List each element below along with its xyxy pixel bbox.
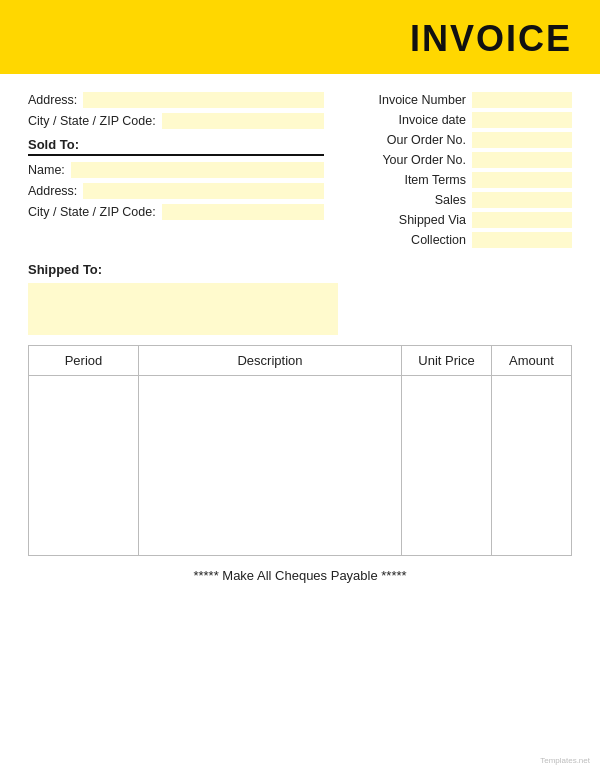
name-label: Name: [28, 163, 65, 177]
right-field-row-invoice_date: Invoice date [342, 112, 572, 128]
table-row [29, 376, 572, 556]
right-field-row-invoice_number: Invoice Number [342, 92, 572, 108]
right-label-shipped_via: Shipped Via [399, 213, 466, 227]
invoice-page: INVOICE Address: City / State / ZIP Code… [0, 0, 600, 771]
address2-row: Address: [28, 183, 324, 199]
right-label-collection: Collection [411, 233, 466, 247]
sold-to-section: Sold To: [28, 137, 324, 156]
right-field-row-shipped_via: Shipped Via [342, 212, 572, 228]
period-cell[interactable] [29, 376, 139, 556]
city-input[interactable] [162, 113, 324, 129]
right-label-sales: Sales [435, 193, 466, 207]
city2-label: City / State / ZIP Code: [28, 205, 156, 219]
footer-text: ***** Make All Cheques Payable ***** [193, 568, 406, 583]
right-input-invoice_date[interactable] [472, 112, 572, 128]
col-amount-header: Amount [492, 346, 572, 376]
address-input[interactable] [83, 92, 324, 108]
shipped-to-section: Shipped To: [28, 262, 572, 335]
right-field-row-sales: Sales [342, 192, 572, 208]
invoice-body: Address: City / State / ZIP Code: Sold T… [0, 74, 600, 599]
right-input-collection[interactable] [472, 232, 572, 248]
right-column: Invoice NumberInvoice dateOur Order No.Y… [342, 92, 572, 252]
city-row: City / State / ZIP Code: [28, 113, 324, 129]
address2-label: Address: [28, 184, 77, 198]
right-input-our_order_no[interactable] [472, 132, 572, 148]
right-input-invoice_number[interactable] [472, 92, 572, 108]
col-description-header: Description [139, 346, 402, 376]
col-period-header: Period [29, 346, 139, 376]
watermark: Templates.net [540, 756, 590, 765]
right-label-your_order_no: Your Order No. [382, 153, 466, 167]
right-input-shipped_via[interactable] [472, 212, 572, 228]
left-column: Address: City / State / ZIP Code: Sold T… [28, 92, 342, 252]
city2-row: City / State / ZIP Code: [28, 204, 324, 220]
address-row: Address: [28, 92, 324, 108]
right-field-row-our_order_no: Our Order No. [342, 132, 572, 148]
city2-input[interactable] [162, 204, 324, 220]
address2-input[interactable] [83, 183, 324, 199]
invoice-title: INVOICE [410, 18, 572, 59]
right-input-your_order_no[interactable] [472, 152, 572, 168]
footer: ***** Make All Cheques Payable ***** [28, 568, 572, 599]
right-field-row-item_terms: Item Terms [342, 172, 572, 188]
city-label: City / State / ZIP Code: [28, 114, 156, 128]
right-input-sales[interactable] [472, 192, 572, 208]
top-section: Address: City / State / ZIP Code: Sold T… [28, 92, 572, 252]
address-label: Address: [28, 93, 77, 107]
table-header-row: Period Description Unit Price Amount [29, 346, 572, 376]
shipped-to-box[interactable] [28, 283, 338, 335]
right-field-row-collection: Collection [342, 232, 572, 248]
right-label-invoice_date: Invoice date [399, 113, 466, 127]
unit-price-cell[interactable] [402, 376, 492, 556]
amount-cell[interactable] [492, 376, 572, 556]
right-label-our_order_no: Our Order No. [387, 133, 466, 147]
right-label-invoice_number: Invoice Number [378, 93, 466, 107]
sold-to-label: Sold To: [28, 137, 324, 156]
right-input-item_terms[interactable] [472, 172, 572, 188]
invoice-header: INVOICE [0, 0, 600, 74]
right-label-item_terms: Item Terms [404, 173, 466, 187]
right-field-row-your_order_no: Your Order No. [342, 152, 572, 168]
description-cell[interactable] [139, 376, 402, 556]
name-row: Name: [28, 162, 324, 178]
shipped-to-label: Shipped To: [28, 262, 572, 277]
col-unit-price-header: Unit Price [402, 346, 492, 376]
invoice-table: Period Description Unit Price Amount [28, 345, 572, 556]
name-input[interactable] [71, 162, 324, 178]
